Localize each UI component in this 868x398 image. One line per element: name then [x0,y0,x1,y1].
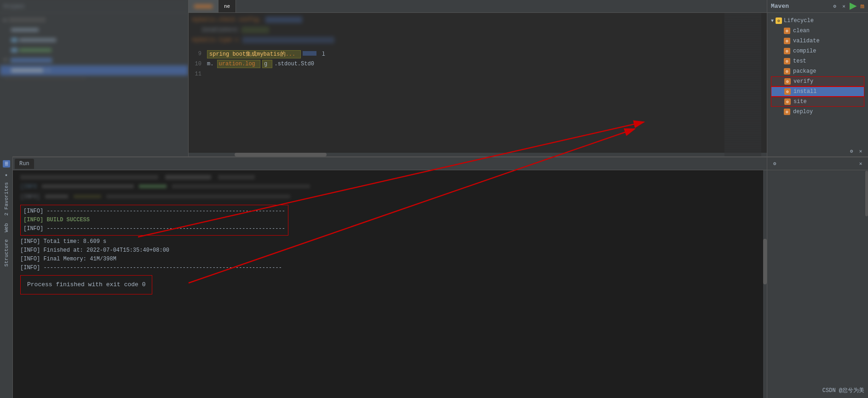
code-line-10: 10 m. uration.log g .stdout.Std0 [189,59,767,69]
file-tree-content: ▶ ▼ sc [0,13,188,84]
code-area: 9 spring boot集成mybatis的... l 10 m. urati… [189,45,767,83]
item-label: install [793,88,816,95]
maven-panel: Maven ⚙ ✕ m ▼ ⚙ Lifecycle ⚙ clean [767,0,868,156]
item-icon: ⚙ [784,78,791,85]
terminal-build-success: [INFO] BUILD SUCCESS [23,216,285,224]
lifecycle-icon: ⚙ [776,17,782,24]
line-number: 9 [189,51,207,57]
item-icon: ⚙ [784,38,790,44]
section-arrow: ▼ [771,18,774,23]
editor-tabs: ne [189,0,767,13]
terminal-tabs: Run [13,157,767,170]
close-bottom-icon[interactable]: ✕ [857,147,864,155]
item-label: package [793,68,816,75]
terminal-tab-run[interactable]: Run [15,159,34,169]
maven-bottom-toolbar: ⚙ ✕ [848,147,864,155]
terminal-line-blurred [20,174,759,182]
maven-m-label: m [861,3,864,10]
close-icon[interactable]: ✕ [840,3,848,10]
terminal-separator-1: [INFO] ---------------------------------… [23,207,285,215]
terminal-separator-3: [INFO] ---------------------------------… [20,264,759,272]
code-top-blurred: mybatis.check config. locations=c mybati… [189,13,767,45]
terminal-finished-at: [INFO] Finished at: 2022-07-04T15:35:40+… [20,246,759,254]
maven-item-validate[interactable]: ⚙ validate [771,36,864,46]
maven-title: Maven [771,3,789,10]
tree-row[interactable] [0,35,188,45]
item-label: validate [793,38,820,44]
terminal-separator-2: [INFO] ---------------------------------… [23,225,285,233]
tree-row[interactable] [0,45,188,55]
terminal-scrollbar[interactable] [763,170,767,398]
tab-label: ne [224,4,230,9]
item-label: clean [793,28,810,34]
item-label: verify [793,78,813,85]
terminal-final-memory: [INFO] Final Memory: 41M/398M [20,255,759,263]
maven-item-test[interactable]: ⚙ test [771,56,864,66]
terminal-content[interactable]: [INFO [INFO] [INFO] --------------------… [13,170,767,398]
lifecycle-header[interactable]: ▼ ⚙ Lifecycle [771,16,864,26]
item-label: compile [793,48,816,54]
csdn-label: CSDN @忿兮为美 [822,386,864,394]
editor-tab-1[interactable] [189,0,218,12]
scrollbar-thumb[interactable] [763,239,767,284]
item-icon: ⚙ [784,48,790,54]
maven-item-verify[interactable]: ⚙ verify [771,76,864,87]
tree-row[interactable] [0,25,188,35]
item-label: site [793,98,807,105]
sidebar-toggle-button[interactable]: ☰ [3,160,10,167]
item-icon: ⚙ [784,58,790,64]
terminal-line-blurred: [INFO [20,183,759,191]
maven-item-compile[interactable]: ⚙ compile [771,46,864,56]
favorites-icon[interactable]: ★ [3,171,10,179]
h-scrollbar[interactable] [189,153,767,156]
right-scrollbar[interactable] [865,170,868,398]
maven-toolbar: ⚙ ✕ m [831,3,864,10]
maven-item-install[interactable]: ⚙ install [771,87,864,97]
close-right-icon[interactable]: ✕ [857,160,864,167]
settings-right-icon[interactable]: ⚙ [771,160,778,167]
sidebar-icon-area: ☰ [3,160,10,167]
item-icon: ⚙ [784,68,790,75]
line-number: 10 [189,61,207,67]
right-toolbar-header: ⚙ ✕ [767,157,868,170]
maven-header: Maven ⚙ ✕ m [767,0,868,13]
editor-area: Project ▶ ▼ sc [0,0,868,156]
maven-item-deploy[interactable]: ⚙ deploy [771,107,864,117]
run-tab-label: Run [19,161,29,167]
editor-minimap [724,13,761,156]
settings-icon[interactable]: ⚙ [831,3,839,10]
tree-scroll-bar [0,75,188,82]
file-tree-header: Project [0,0,188,13]
tab-favorites[interactable]: 2 Favorites [2,179,11,219]
process-finished-text: Process finished with exit code 0 [27,281,145,288]
left-vertical-tabs: ☰ ★ 2 Favorites Web Structure [0,156,13,398]
lifecycle-label: Lifecycle [784,17,814,24]
maven-item-clean[interactable]: ⚙ clean [771,26,864,36]
terminal-line-blurred: [INFO] [20,193,759,201]
maven-item-package[interactable]: ⚙ package [771,66,864,76]
item-icon: ⚙ [784,98,791,105]
settings-bottom-icon[interactable]: ⚙ [848,147,855,155]
process-finished-box: Process finished with exit code 0 [20,275,152,294]
maven-tree: ▼ ⚙ Lifecycle ⚙ clean ⚙ validate ⚙ compi… [767,13,868,120]
tab-web[interactable]: Web [2,219,11,236]
item-icon: ⚙ [784,109,790,115]
build-success-box: [INFO] ---------------------------------… [20,205,288,236]
file-tree-panel: Project ▶ ▼ sc [0,0,189,156]
maven-lifecycle-section: ▼ ⚙ Lifecycle ⚙ clean ⚙ validate ⚙ compi… [767,15,868,118]
tree-row[interactable]: ▶ [0,15,188,25]
code-line-9: 9 spring boot集成mybatis的... l [189,49,767,59]
right-bottom-panel: ⚙ ✕ [767,156,868,398]
tree-row-selected[interactable]: sc [0,65,188,75]
run-button[interactable] [850,3,857,10]
tree-row[interactable]: ▼ [0,55,188,65]
item-icon: ⚙ [784,28,790,34]
item-label: test [793,58,806,64]
center-editor: ne mybatis.check config. locations=c myb… [189,0,767,156]
line-number: 11 [189,71,207,77]
tab-structure[interactable]: Structure [2,236,11,270]
editor-tab-active[interactable]: ne [218,0,236,12]
maven-item-site[interactable]: ⚙ site [771,97,864,107]
code-line-11: 11 [189,69,767,79]
item-icon: ⚙ [784,88,791,95]
